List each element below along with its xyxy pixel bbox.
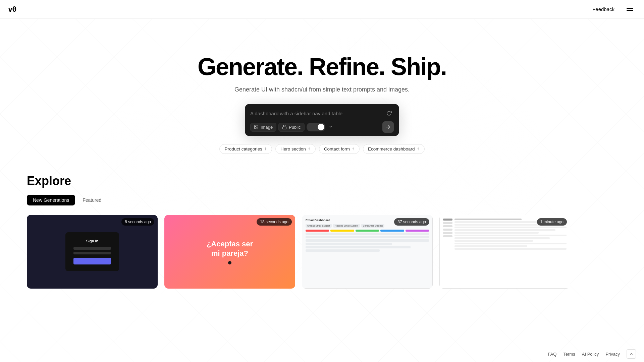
arrow-right-icon: [385, 124, 391, 130]
sidebar-item-1: [443, 219, 452, 221]
card-3-bg: Email Dashboard Unread Email Subject Fla…: [302, 215, 433, 289]
card-3[interactable]: Email Dashboard Unread Email Subject Fla…: [302, 215, 433, 289]
menu-button[interactable]: [624, 5, 636, 13]
public-button[interactable]: Public: [278, 123, 304, 132]
email-list-row-6: [306, 249, 380, 252]
dash-row-10: [454, 243, 567, 244]
feedback-button[interactable]: Feedback: [588, 4, 619, 14]
card-1-badge: 8 seconds ago: [121, 218, 154, 226]
footer-ai-policy[interactable]: AI Policy: [582, 352, 599, 357]
arrow-up-right-icon: ↗: [351, 146, 356, 152]
svg-point-5: [255, 126, 256, 127]
email-bar-yellow: [330, 230, 354, 232]
card-4[interactable]: 1 minute ago: [439, 215, 570, 289]
card-1-image: Sign In 8 seconds ago: [27, 215, 158, 289]
sidebar-item-2: [443, 222, 452, 224]
dash-row-8: [454, 237, 550, 239]
email-bars: [306, 230, 429, 232]
sidebar-item-3: [443, 225, 452, 227]
dash-row-5: [454, 229, 555, 231]
chevron-up-icon: [629, 352, 633, 356]
suggestion-ecommerce-dashboard[interactable]: Ecommerce dashboard ↗: [363, 144, 425, 154]
card-3-badge: 37 seconds ago: [394, 218, 429, 226]
refresh-icon: [386, 111, 392, 116]
arrow-up-right-icon: ↗: [263, 146, 268, 152]
card-2-text: ¿Aceptas sermi pareja?: [207, 239, 253, 258]
card-1[interactable]: Sign In 8 seconds ago: [27, 215, 158, 289]
footer-privacy[interactable]: Privacy: [605, 352, 620, 357]
footer: FAQ Terms AI Policy Privacy: [0, 346, 644, 362]
sidebar-col: [443, 219, 452, 285]
email-tab-1: Unread Email Subject: [306, 224, 332, 228]
image-label: Image: [261, 125, 273, 130]
card-2-bg: ¿Aceptas sermi pareja?: [164, 215, 295, 289]
tab-featured[interactable]: Featured: [76, 195, 107, 205]
email-list-row-5: [306, 246, 411, 248]
email-list-row-3: [306, 239, 429, 242]
card-4-bg: [439, 215, 570, 289]
sidebar-item-6: [443, 235, 452, 237]
prompt-actions: Image Public: [250, 123, 334, 132]
footer-terms[interactable]: Terms: [563, 352, 575, 357]
cards-grid: Sign In 8 seconds ago ¿Aceptas sermi par…: [27, 215, 617, 289]
card-2-badge: 18 seconds ago: [257, 218, 292, 226]
tabs-row: New Generations Featured: [27, 195, 617, 205]
svg-rect-6: [283, 127, 286, 129]
suggestion-label: Product categories: [224, 146, 262, 152]
toggle-switch[interactable]: [307, 123, 325, 131]
dash-row-4: [454, 227, 567, 228]
dash-row-11: [454, 245, 527, 247]
signin-title: Sign In: [73, 239, 111, 243]
refresh-button[interactable]: [384, 109, 394, 118]
sidebar-item-4: [443, 229, 452, 231]
image-button[interactable]: Image: [250, 123, 276, 132]
main-col: [454, 219, 567, 285]
email-tab-3: Sent Email Subject: [361, 224, 384, 228]
signin-field-1: [73, 247, 111, 250]
public-label: Public: [289, 125, 301, 130]
prompt-bottom-row: Image Public: [250, 121, 394, 133]
prompt-input[interactable]: [250, 111, 384, 116]
card-2-content: ¿Aceptas sermi pareja?: [207, 239, 253, 264]
email-list-row-1: [306, 233, 429, 235]
suggestion-contact-form[interactable]: Contact form ↗: [319, 144, 360, 154]
footer-faq[interactable]: FAQ: [548, 352, 556, 357]
logo: v0: [8, 5, 16, 13]
prompt-input-row: [250, 109, 394, 118]
suggestion-label: Hero section: [280, 146, 306, 152]
card-2-dot: [228, 261, 231, 264]
dash-row-9: [454, 240, 533, 242]
scroll-top-button[interactable]: [627, 349, 636, 359]
signin-mock: Sign In: [65, 232, 119, 271]
dash-row-12: [454, 248, 567, 250]
email-list-row-2: [306, 236, 429, 238]
dash-row-7: [454, 235, 567, 236]
card-2-image: ¿Aceptas sermi pareja? 18 seconds ago: [164, 215, 295, 289]
menu-line-2: [627, 10, 633, 11]
sidebar-item-5: [443, 232, 452, 234]
suggestion-hero-section[interactable]: Hero section ↗: [275, 144, 316, 154]
chevron-down-icon: [329, 125, 333, 129]
suggestion-label: Contact form: [324, 146, 350, 152]
card-1-bg: Sign In: [27, 215, 158, 289]
suggestion-label: Ecommerce dashboard: [368, 146, 415, 152]
card-2[interactable]: ¿Aceptas sermi pareja? 18 seconds ago: [164, 215, 295, 289]
hero-title: Generate. Refine. Ship.: [198, 54, 446, 80]
email-bar-green: [356, 230, 379, 232]
email-tab-2: Flagged Email Subject: [333, 224, 360, 228]
submit-button[interactable]: [382, 121, 394, 133]
toggle-knob: [318, 124, 324, 130]
image-icon: [254, 125, 259, 129]
arrow-up-right-icon: ↗: [415, 146, 421, 152]
email-bar-red: [306, 230, 329, 232]
dash-row-3: [454, 224, 544, 226]
chevron-down-button[interactable]: [327, 124, 334, 130]
header-right: Feedback: [588, 4, 636, 14]
suggestions: Product categories ↗ Hero section ↗ Cont…: [219, 144, 424, 154]
tab-new-generations[interactable]: New Generations: [27, 195, 75, 205]
header: v0 Feedback: [0, 0, 644, 19]
dash-row-6: [454, 232, 539, 234]
suggestion-product-categories[interactable]: Product categories ↗: [219, 144, 272, 154]
card-3-image: Email Dashboard Unread Email Subject Fla…: [302, 215, 433, 289]
card-4-badge: 1 minute ago: [537, 218, 567, 226]
